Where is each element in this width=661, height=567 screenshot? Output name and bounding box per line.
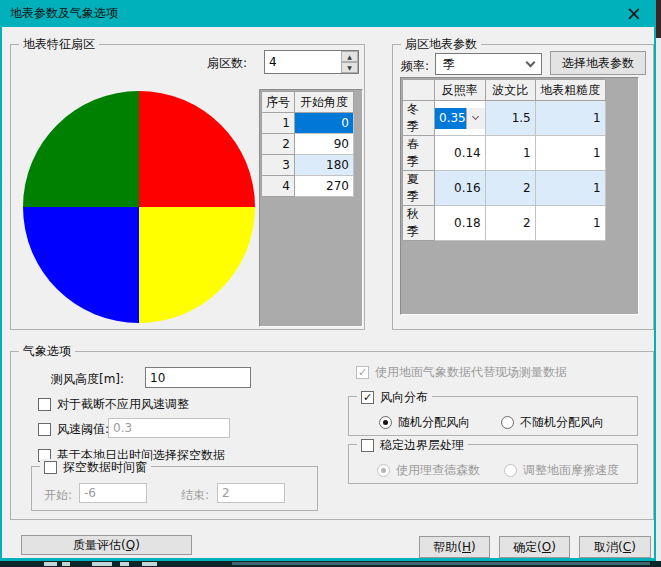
friction-radio-label: 调整地面摩擦速度 (523, 462, 619, 479)
cell-roughness[interactable]: 1 (535, 206, 605, 241)
cell-roughness[interactable]: 1 (535, 101, 605, 136)
sounding-end-input (217, 483, 285, 503)
sector-count-stepper: ▲ ▼ (264, 50, 359, 74)
wind-direction-checkbox[interactable]: ✓ 风向分布 (357, 389, 432, 406)
sector-count-input[interactable] (265, 51, 341, 73)
ok-button[interactable]: 确定(O) (499, 536, 570, 558)
cell-index[interactable]: 2 (262, 134, 295, 155)
cell-roughness[interactable]: 1 (535, 136, 605, 171)
col-header-index: 序号 (262, 92, 295, 113)
cell-index[interactable]: 3 (262, 155, 295, 176)
col-header-corner (403, 80, 435, 101)
richardson-radio-label: 使用理查德森数 (396, 462, 480, 479)
row-header-season[interactable]: 冬季 (403, 101, 435, 136)
surface-data-checkbox-label: 使用地面气象数据代替现场测量数据 (375, 364, 567, 381)
cell-angle[interactable]: 180 (295, 155, 354, 176)
spin-down-button[interactable]: ▼ (341, 62, 358, 73)
frequency-select[interactable]: 季 (435, 53, 542, 75)
cell-bowen[interactable]: 2 (485, 206, 535, 241)
stable-boundary-checkbox[interactable]: 稳定边界层处理 (357, 437, 468, 454)
cell-bowen[interactable]: 1 (485, 136, 535, 171)
check-icon: ✓ (358, 366, 367, 379)
sounding-window-checkbox[interactable]: 探空数据时间窗 (40, 459, 151, 476)
cancel-button[interactable]: 取消(C) (579, 536, 651, 558)
checkbox-unchecked[interactable] (38, 398, 51, 411)
help-button[interactable]: 帮助(H) (419, 536, 490, 558)
table-row: 4 270 (262, 176, 354, 197)
check-icon: ✓ (363, 391, 372, 404)
spin-up-button[interactable]: ▲ (341, 51, 358, 62)
wind-threshold-checkbox[interactable]: 风速阈值: (38, 421, 109, 438)
cell-albedo[interactable]: 0.16 (435, 171, 486, 206)
wind-threshold-input (108, 418, 230, 438)
table-row-autumn: 秋季 0.18 2 1 (403, 206, 606, 241)
checkbox-unchecked[interactable] (38, 423, 51, 436)
non-random-wind-radio-label: 不随机分配风向 (520, 414, 604, 431)
select-surface-params-button[interactable]: 选择地表参数 (550, 51, 646, 75)
cell-albedo[interactable]: 0.18 (435, 206, 486, 241)
close-icon[interactable]: × (622, 4, 646, 23)
surface-params-table: 反照率 波文比 地表粗糙度 冬季 0.35 1.5 1 (402, 79, 606, 241)
cell-angle[interactable]: 90 (295, 134, 354, 155)
cell-albedo[interactable]: 0.14 (435, 136, 486, 171)
richardson-radio-disabled: 使用理查德森数 (377, 462, 480, 479)
group-sector-params: 扇区地表参数 频率: 季 选择地表参数 反照率 波文比 地表粗糙度 (392, 44, 654, 330)
cell-index[interactable]: 1 (262, 113, 295, 134)
cell-roughness[interactable]: 1 (535, 171, 605, 206)
col-header-roughness: 地表粗糙度 (535, 80, 605, 101)
group-sector-params-label: 扇区地表参数 (401, 36, 481, 53)
radio-unselected[interactable] (501, 416, 514, 429)
radio-selected[interactable] (379, 416, 392, 429)
sounding-window-label: 探空数据时间窗 (63, 459, 147, 476)
radio-selected-disabled (377, 464, 390, 477)
frequency-label: 频率: (401, 58, 429, 75)
random-wind-radio[interactable]: 随机分配风向 (379, 414, 470, 431)
row-header-season[interactable]: 春季 (403, 136, 435, 171)
group-surface-sectors: 地表特征扇区 扇区数: ▲ ▼ 序号 开始角度 1 (10, 44, 365, 330)
table-header-row: 反照率 波文比 地表粗糙度 (403, 80, 606, 101)
spin-up-icon: ▲ (347, 54, 352, 60)
cell-bowen[interactable]: 2 (485, 171, 535, 206)
cell-bowen[interactable]: 1.5 (485, 101, 535, 136)
wind-height-input[interactable] (145, 367, 251, 388)
chevron-down-icon (472, 112, 479, 119)
sounding-start-input (79, 483, 147, 503)
group-meteo-options-label: 气象选项 (19, 343, 75, 360)
cell-angle-selected[interactable]: 0 (295, 113, 354, 134)
group-wind-direction: ✓ 风向分布 随机分配风向 不随机分配风向 (348, 396, 638, 436)
sector-angle-panel: 序号 开始角度 1 0 2 90 3 180 (259, 89, 363, 327)
checkbox-checked[interactable]: ✓ (361, 391, 374, 404)
truncation-checkbox[interactable]: 对于截断不应用风速调整 (38, 396, 189, 413)
table-row-summer: 夏季 0.16 2 1 (403, 171, 606, 206)
table-row-spring: 春季 0.14 1 1 (403, 136, 606, 171)
wind-threshold-checkbox-label: 风速阈值: (57, 421, 109, 438)
chevron-down-icon (526, 57, 536, 67)
table-row: 3 180 (262, 155, 354, 176)
checkbox-unchecked[interactable] (44, 461, 57, 474)
cell-albedo-editing[interactable]: 0.35 (435, 101, 486, 136)
dialog-title: 地表参数及气象选项 (10, 5, 118, 22)
non-random-wind-radio[interactable]: 不随机分配风向 (501, 414, 604, 431)
sounding-end-label: 结束: (181, 487, 209, 504)
row-header-season[interactable]: 秋季 (403, 206, 435, 241)
table-header-row: 序号 开始角度 (262, 92, 354, 113)
row-header-season[interactable]: 夏季 (403, 171, 435, 206)
quality-assessment-button[interactable]: 质量评估(Q) (21, 535, 192, 555)
checkbox-unchecked[interactable] (361, 439, 374, 452)
select-surface-params-label: 选择地表参数 (562, 55, 634, 72)
titlebar[interactable]: 地表参数及气象选项 × (2, 0, 654, 27)
surface-params-panel: 反照率 波文比 地表粗糙度 冬季 0.35 1.5 1 (400, 77, 639, 315)
cell-editor-value[interactable]: 0.35 (435, 108, 466, 129)
spin-down-icon: ▼ (347, 65, 352, 71)
sector-angle-table: 序号 开始角度 1 0 2 90 3 180 (261, 91, 354, 197)
cell-dropdown-button[interactable] (466, 108, 485, 129)
random-wind-radio-label: 随机分配风向 (398, 414, 470, 431)
cell-index[interactable]: 4 (262, 176, 295, 197)
cell-angle[interactable]: 270 (295, 176, 354, 197)
group-meteo-options: 气象选项 测风高度[m]: 对于截断不应用风速调整 风速阈值: 基于本地日出时间… (10, 351, 654, 520)
background-window (0, 560, 661, 567)
background-fragment (62, 562, 70, 566)
background-edge-top (656, 0, 661, 38)
checkbox-checked-disabled: ✓ (356, 366, 369, 379)
dialog-surface-and-meteo-options: 地表参数及气象选项 × 地表特征扇区 扇区数: ▲ ▼ 序号 开始角度 (0, 0, 656, 561)
